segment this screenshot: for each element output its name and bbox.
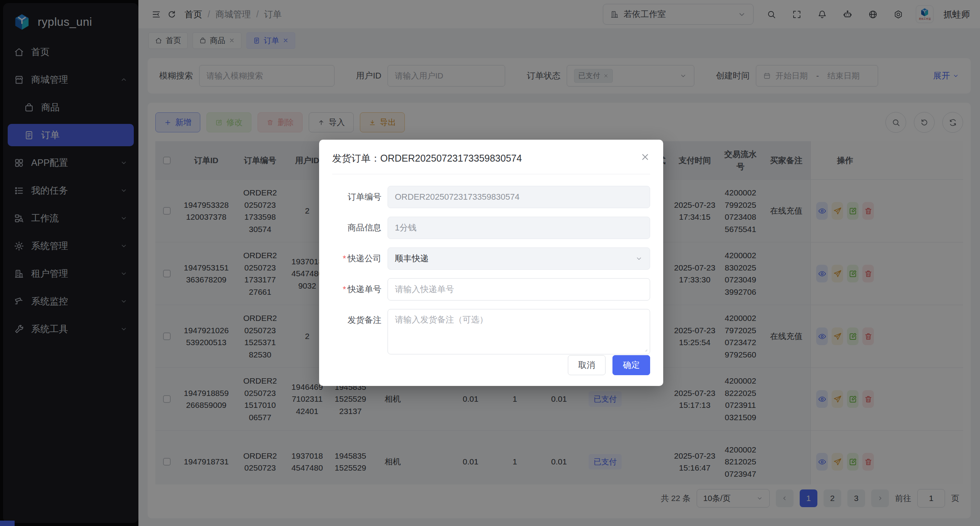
resize-icon [642, 347, 648, 352]
tracking-no-row: 快递单号 请输入快递单号 [332, 278, 650, 301]
order-no-input: ORDER20250723173359830574 [388, 186, 650, 208]
goods-info-row: 商品信息 1分钱 [332, 217, 650, 239]
express-company-select[interactable]: 顺丰快递 [388, 247, 650, 270]
ship-remark-textarea[interactable]: 请输入发货备注（可选） [388, 309, 650, 354]
chevron-down-icon [635, 255, 643, 262]
app-root: ryplus_uni 首页商城管理商品订单APP配置我的任务工作流系统管理租户管… [0, 0, 980, 526]
ship-order-modal: 发货订单：ORDER20250723173359830574 订单编号 ORDE… [319, 140, 663, 386]
order-no-row: 订单编号 ORDER20250723173359830574 [332, 186, 650, 208]
tracking-no-label: 快递单号 [332, 278, 381, 301]
modal-footer: 取消 确定 [568, 355, 650, 375]
ship-remark-row: 发货备注 请输入发货备注（可选） [332, 309, 650, 354]
tracking-no-input[interactable]: 请输入快递单号 [388, 278, 650, 301]
modal-title: 发货订单：ORDER20250723173359830574 [332, 152, 522, 165]
modal-body: 订单编号 ORDER20250723173359830574 商品信息 1分钱 … [332, 174, 650, 354]
express-company-label: 快递公司 [332, 247, 381, 270]
cancel-button[interactable]: 取消 [568, 355, 606, 375]
goods-info-label: 商品信息 [332, 217, 381, 239]
goods-info-input: 1分钱 [388, 217, 650, 239]
confirm-button[interactable]: 确定 [612, 355, 650, 375]
order-no-label: 订单编号 [332, 186, 381, 208]
express-company-row: 快递公司 顺丰快递 [332, 247, 650, 270]
close-icon [640, 152, 650, 162]
modal-header: 发货订单：ORDER20250723173359830574 [332, 150, 650, 174]
ship-remark-label: 发货备注 [332, 309, 381, 331]
